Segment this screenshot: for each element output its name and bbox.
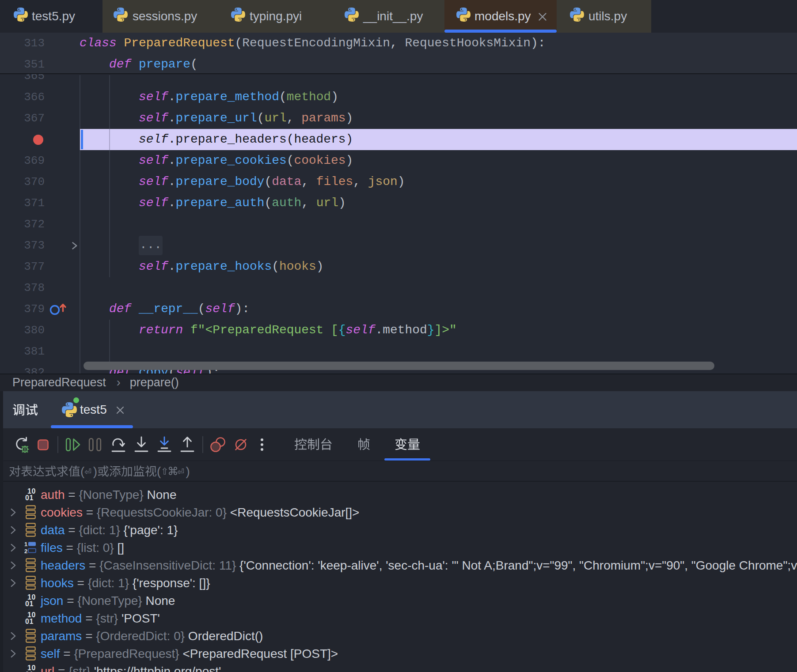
svg-text:2: 2 — [24, 548, 27, 555]
svg-text:1: 1 — [24, 541, 27, 547]
